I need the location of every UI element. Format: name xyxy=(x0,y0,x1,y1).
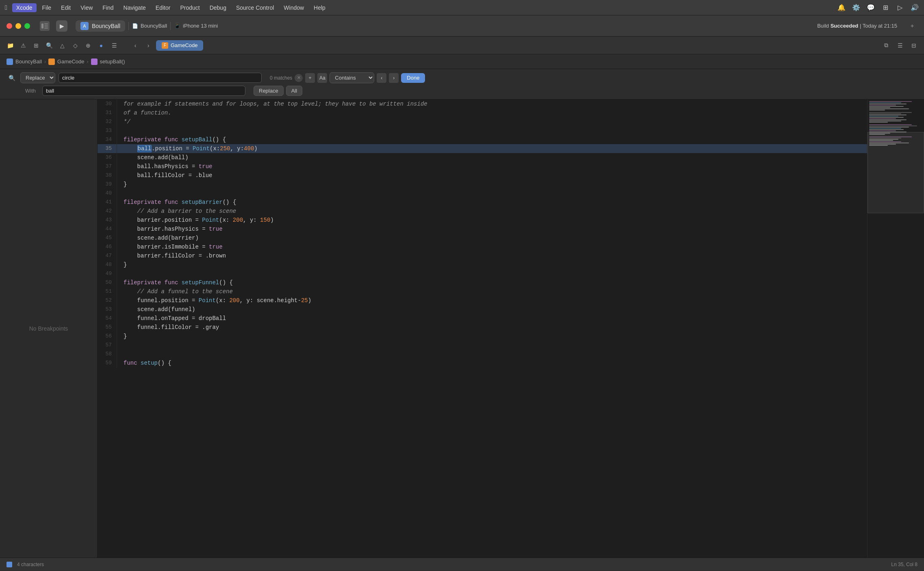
status-indicator xyxy=(7,562,12,567)
breadcrumb-file-label: GameCode xyxy=(57,58,84,65)
run-button[interactable]: ▶ xyxy=(56,20,67,32)
replace-input[interactable] xyxy=(46,88,242,94)
line-num-56: 56 xyxy=(98,332,117,341)
warning-icon[interactable]: ⚠ xyxy=(18,40,28,51)
replace-all-button[interactable]: All xyxy=(286,86,302,96)
volume-icon[interactable]: 🔊 xyxy=(910,3,919,12)
project-name-label: BouncyBall xyxy=(92,23,120,29)
split-vertical-icon[interactable]: ☰ xyxy=(895,40,905,51)
device-selector[interactable]: 📱 iPhone 13 mini xyxy=(174,23,218,29)
svg-rect-3 xyxy=(44,28,48,28)
menubar-view[interactable]: View xyxy=(76,3,97,12)
menubar-navigate[interactable]: Navigate xyxy=(119,3,150,12)
minimap-line xyxy=(869,138,901,138)
line-content-33 xyxy=(117,126,867,135)
scheme-selector[interactable]: 📄 BouncyBall xyxy=(132,23,167,29)
line-num-31: 31 xyxy=(98,108,117,117)
maximize-window-button[interactable] xyxy=(24,23,30,29)
code-line-57: 57 xyxy=(98,341,867,350)
wechat-icon[interactable]: 💬 xyxy=(866,3,875,12)
match-type-select[interactable]: Contains Starts With Ends With Whole Wor… xyxy=(330,72,374,83)
breakpoint-icon[interactable]: ● xyxy=(96,40,106,51)
bookmark-icon[interactable]: ◇ xyxy=(70,40,80,51)
search-mode-select[interactable]: Replace Find xyxy=(20,72,55,83)
menubar-window[interactable]: Window xyxy=(280,3,308,12)
clear-search-button[interactable]: ✕ xyxy=(295,74,303,82)
replace-input-wrap xyxy=(42,86,245,96)
svg-rect-0 xyxy=(41,24,43,28)
breadcrumb-function[interactable]: setupBall() xyxy=(91,58,125,65)
inspector-icon[interactable]: ⊟ xyxy=(909,40,919,51)
menubar-product[interactable]: Product xyxy=(176,3,204,12)
project-selector[interactable]: A BouncyBall xyxy=(76,20,125,32)
build-label: Build xyxy=(817,23,829,29)
tab-gamecode-icon: F xyxy=(162,42,168,49)
back-icon[interactable]: ‹ xyxy=(130,40,141,51)
add-button[interactable]: ＋ xyxy=(907,21,917,31)
replace-button[interactable]: Replace xyxy=(254,86,284,96)
menubar-file[interactable]: File xyxy=(38,3,56,12)
menubar-editor[interactable]: Editor xyxy=(152,3,175,12)
line-num-43: 43 xyxy=(98,216,117,225)
menubar-debug[interactable]: Debug xyxy=(206,3,230,12)
folder-icon[interactable]: 📁 xyxy=(5,40,15,51)
line-content-59: func setup() { xyxy=(117,359,867,368)
minimap-line xyxy=(869,129,904,130)
airplay-icon[interactable]: ▷ xyxy=(896,3,904,12)
menubar-edit[interactable]: Edit xyxy=(57,3,75,12)
line-num-33: 33 xyxy=(98,126,117,135)
menubar-xcode[interactable]: Xcode xyxy=(12,3,37,12)
code-line-35: 35 ball.position = Point(x:250, y:400) xyxy=(98,144,867,153)
close-window-button[interactable] xyxy=(7,23,12,29)
menubar-find[interactable]: Find xyxy=(98,3,117,12)
settings-icon[interactable]: ⚙️ xyxy=(852,3,861,12)
minimize-window-button[interactable] xyxy=(15,23,21,29)
status-bar-right: Ln 35, Col 8 xyxy=(891,562,917,567)
code-editor[interactable]: 30 for example if statements and for loo… xyxy=(98,99,867,558)
breadcrumb-project[interactable]: BouncyBall xyxy=(7,58,42,65)
forward-icon[interactable]: › xyxy=(143,40,154,51)
code-line-45: 45 scene.add(barrier) xyxy=(98,234,867,242)
device-label: iPhone 13 mini xyxy=(183,23,218,29)
notification-icon[interactable]: 🔔 xyxy=(837,3,846,12)
minimap-line xyxy=(869,141,901,142)
minimap-line xyxy=(869,112,912,113)
tab-gamecode[interactable]: F GameCode xyxy=(156,40,203,51)
line-num-38: 38 xyxy=(98,171,117,180)
code-line-41: 41 fileprivate func setupBarrier() { xyxy=(98,198,867,207)
breadcrumb-file[interactable]: GameCode xyxy=(48,58,84,65)
menubar-right-icons: 🔔 ⚙️ 💬 ⊞ ▷ 🔊 xyxy=(837,3,919,12)
status-chars: 4 characters xyxy=(17,562,44,567)
minimap-line xyxy=(869,145,888,146)
code-line-38: 38 ball.fillColor = .blue xyxy=(98,171,867,180)
grid-icon[interactable]: ⊞ xyxy=(881,3,890,12)
search-icon[interactable]: 🔍 xyxy=(44,40,54,51)
done-button[interactable]: Done xyxy=(401,73,425,83)
line-content-44: barrier.hasPhysics = true xyxy=(117,225,867,234)
add-search-button[interactable]: ＋ xyxy=(305,73,315,83)
filter-icon[interactable]: ⊕ xyxy=(83,40,93,51)
line-content-55: funnel.fillColor = .gray xyxy=(117,323,867,332)
secondary-toolbar: 📁 ⚠ ⊞ 🔍 △ ◇ ⊕ ● ☰ ‹ › F GameCode ⧉ ☰ ⊟ xyxy=(0,37,924,54)
apple-menu[interactable]:  xyxy=(5,4,7,11)
next-match-button[interactable]: › xyxy=(389,73,399,83)
line-content-41: fileprivate func setupBarrier() { xyxy=(117,198,867,207)
menubar-help[interactable]: Help xyxy=(310,3,330,12)
toolbar-divider2 xyxy=(170,22,171,30)
hierarchy-icon[interactable]: ⊞ xyxy=(31,40,41,51)
menubar-source-control[interactable]: Source Control xyxy=(232,3,278,12)
split-horizontal-icon[interactable]: ⧉ xyxy=(881,40,891,51)
func-bc-icon xyxy=(91,58,98,65)
line-content-31: of a function. xyxy=(117,108,867,117)
line-num-40: 40 xyxy=(98,189,117,198)
prev-match-button[interactable]: ‹ xyxy=(377,73,386,83)
status-bar: 4 characters Ln 35, Col 8 xyxy=(0,558,924,571)
match-options: Contains Starts With Ends With Whole Wor… xyxy=(330,72,374,83)
document-icon[interactable]: ☰ xyxy=(109,40,119,51)
alert-icon[interactable]: △ xyxy=(57,40,67,51)
sidebar-toggle-button[interactable] xyxy=(40,21,50,31)
breadcrumb-sep2: › xyxy=(87,59,89,65)
minimap[interactable] xyxy=(867,99,924,558)
search-input[interactable] xyxy=(62,75,258,81)
case-sensitive-button[interactable]: Aa xyxy=(317,73,327,83)
